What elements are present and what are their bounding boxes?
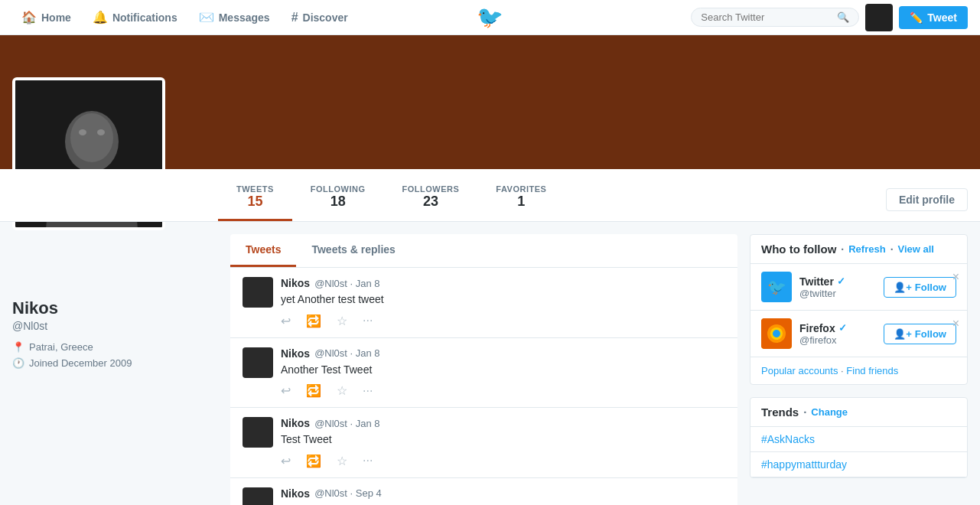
nav-notifications[interactable]: 🔔 Notifications (83, 4, 187, 31)
trend-link-1[interactable]: #AskNacks (761, 433, 815, 445)
left-sidebar: Nikos @Nl0st 📍 Patrai, Greece 🕐 Joined D… (0, 222, 218, 386)
favorites-count: 1 (496, 194, 546, 210)
tweet-button[interactable]: ✏️ Tweet (899, 6, 968, 29)
following-count: 18 (311, 194, 366, 210)
profile-location: 📍 Patrai, Greece (12, 341, 206, 353)
search-icon: 🔍 (837, 11, 849, 23)
reply-action-2[interactable]: ↩ (281, 383, 291, 398)
tweet-name-1: Nikos (281, 277, 310, 289)
location-text: Patrai, Greece (29, 341, 93, 353)
tweet-header-1: Nikos @Nl0st · Jan 8 (281, 277, 725, 289)
popular-accounts-link[interactable]: Popular accounts (761, 365, 838, 376)
twitter-account-name: Twitter ✓ (799, 275, 876, 288)
tweet-text-1: yet Another test tweet (281, 292, 725, 308)
following-label: FOLLOWING (311, 184, 366, 194)
tweet-name-4: Nikos (281, 487, 310, 500)
tweets-column: Tweets Tweets & replies Nikos @Nl0st · J… (230, 234, 737, 505)
retweet-action-2[interactable]: 🔁 (306, 383, 321, 398)
trends-change-link[interactable]: Change (811, 406, 848, 418)
tweet-handle-date-2: @Nl0st · Jan 8 (314, 347, 379, 359)
svg-point-4 (97, 129, 105, 135)
more-action-1[interactable]: ··· (363, 314, 373, 328)
trends-widget: Trends · Change #AskNacks #happymattturd… (750, 397, 968, 478)
reply-action-3[interactable]: ↩ (281, 454, 291, 468)
view-all-link[interactable]: View all (898, 243, 934, 255)
nav-right: 🔍 ✏️ Tweet (691, 4, 968, 31)
tweet-name-3: Nikos (281, 417, 310, 429)
stat-followers[interactable]: FOLLOWERS 23 (384, 178, 478, 221)
tweet-handle-date-3: @Nl0st · Jan 8 (314, 418, 379, 429)
stat-tweets[interactable]: TWEETS 15 (218, 178, 292, 221)
tab-tweets[interactable]: Tweets (230, 234, 296, 267)
tweets-label: TWEETS (236, 184, 274, 194)
tweet-avatar-image-3 (243, 417, 273, 448)
nav-messages[interactable]: ✉️ Messages (190, 4, 279, 31)
firefox-account-info: Firefox ✓ @firefox (799, 322, 876, 346)
tweet-body-1: Nikos @Nl0st · Jan 8 yet Another test tw… (281, 277, 725, 328)
favorite-action-2[interactable]: ☆ (337, 383, 347, 398)
who-to-follow-header: Who to follow · Refresh · View all (750, 235, 967, 264)
stats-bar-inner: TWEETS 15 FOLLOWING 18 FOLLOWERS 23 FAVO… (218, 178, 886, 221)
nav-home[interactable]: 🏠 Home (12, 4, 80, 31)
stat-favorites[interactable]: FAVORITES 1 (477, 178, 565, 221)
profile-name: Nikos (12, 298, 206, 318)
retweet-action-1[interactable]: 🔁 (306, 314, 321, 328)
right-sidebar: Who to follow · Refresh · View all 🐦 Twi… (750, 234, 968, 490)
more-action-2[interactable]: ··· (363, 383, 373, 398)
refresh-link[interactable]: Refresh (848, 243, 885, 255)
tweet-card-3: Nikos @Nl0st · Jan 8 Test Tweet ↩ 🔁 ☆ ··… (230, 408, 737, 478)
search-box[interactable]: 🔍 (691, 8, 859, 27)
header-sep-2: · (890, 243, 894, 256)
find-friends-link[interactable]: Find friends (846, 365, 898, 376)
tweet-body-3: Nikos @Nl0st · Jan 8 Test Tweet ↩ 🔁 ☆ ··… (281, 417, 725, 468)
tweet-icon: ✏️ (910, 11, 923, 24)
trends-title: Trends (761, 406, 799, 419)
tweet-avatar-image-2 (243, 347, 273, 378)
retweet-action-3[interactable]: 🔁 (306, 454, 321, 468)
tweet-body-2: Nikos @Nl0st · Jan 8 Another Test Tweet … (281, 347, 725, 399)
nav-discover[interactable]: # Discover (282, 5, 357, 31)
reply-action-1[interactable]: ↩ (281, 314, 291, 328)
trend-item-2: #happymattturday (750, 452, 967, 477)
messages-icon: ✉️ (199, 10, 214, 24)
favorite-action-1[interactable]: ☆ (337, 314, 347, 328)
twitter-account-info: Twitter ✓ @twitter (799, 275, 876, 299)
tweet-avatar-4 (243, 487, 273, 505)
more-action-3[interactable]: ··· (363, 454, 373, 468)
profile-banner (0, 35, 980, 169)
tweet-avatar-image-1 (243, 277, 273, 308)
nav-home-label: Home (41, 11, 71, 24)
who-follow-item-firefox: Firefox ✓ @firefox 👤+ Follow × (750, 311, 967, 357)
edit-profile-button[interactable]: Edit profile (886, 188, 968, 211)
favorite-action-3[interactable]: ☆ (337, 454, 347, 468)
follow-twitter-label: Follow (915, 282, 946, 293)
trends-sep: · (803, 406, 806, 419)
firefox-account-handle: @firefox (799, 334, 876, 346)
nav-links: 🏠 Home 🔔 Notifications ✉️ Messages # Dis… (12, 4, 357, 31)
svg-point-3 (79, 129, 86, 135)
trend-link-2[interactable]: #happymattturday (761, 458, 847, 471)
twitter-verified-badge: ✓ (837, 275, 845, 287)
followers-count: 23 (402, 194, 460, 210)
tweet-avatar-2 (243, 347, 273, 378)
tweet-avatar-3 (243, 417, 273, 448)
tweet-handle-date-1: @Nl0st · Jan 8 (314, 278, 379, 289)
tweet-actions-2: ↩ 🔁 ☆ ··· (281, 383, 725, 398)
tweets-tabs: Tweets Tweets & replies (230, 234, 737, 268)
top-navigation: 🏠 Home 🔔 Notifications ✉️ Messages # Dis… (0, 0, 980, 35)
profile-joined: 🕐 Joined December 2009 (12, 357, 206, 369)
tweet-avatar-1 (243, 277, 273, 308)
follow-twitter-button[interactable]: 👤+ Follow (884, 277, 956, 298)
tweet-button-label: Tweet (927, 11, 957, 24)
dismiss-firefox-button[interactable]: × (952, 317, 959, 331)
search-input[interactable] (701, 11, 837, 23)
dismiss-twitter-button[interactable]: × (952, 270, 959, 284)
stat-following[interactable]: FOLLOWING 18 (292, 178, 384, 221)
svg-point-2 (70, 113, 113, 162)
user-avatar-small[interactable] (865, 4, 893, 31)
tab-tweets-replies[interactable]: Tweets & replies (296, 234, 410, 267)
header-sep-1: · (841, 243, 844, 256)
follow-firefox-button[interactable]: 👤+ Follow (884, 324, 956, 344)
nav-discover-label: Discover (303, 11, 348, 24)
who-to-follow-title: Who to follow (761, 243, 836, 256)
